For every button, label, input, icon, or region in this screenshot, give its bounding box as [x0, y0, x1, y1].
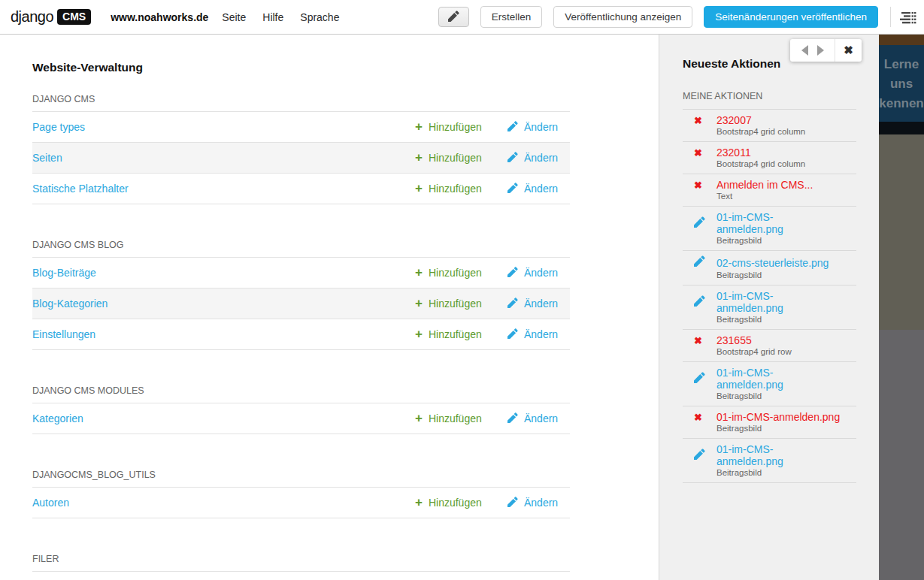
- module-section: DJANGO CMS Page types + Hinzufügen Änder…: [32, 94, 570, 204]
- add-label: Hinzufügen: [429, 183, 482, 195]
- back-arrow-icon[interactable]: [801, 45, 808, 56]
- change-label: Ändern: [524, 267, 558, 279]
- plus-icon: +: [415, 298, 423, 309]
- module-caption: DJANGOCMS_BLOG_UTILS: [32, 470, 570, 488]
- action-title-link[interactable]: 02-cms-steuerleiste.png: [716, 257, 829, 269]
- structure-mode-icon[interactable]: [891, 5, 924, 30]
- menu-item-hilfe[interactable]: Hilfe: [254, 7, 292, 28]
- cms-toolbar: django CMS www.noahworks.de Seite Hilfe …: [0, 0, 924, 35]
- change-link[interactable]: Ändern: [507, 121, 570, 134]
- forward-arrow-icon[interactable]: [817, 45, 824, 56]
- model-link[interactable]: Seiten: [32, 152, 415, 164]
- change-link[interactable]: Ändern: [507, 267, 570, 279]
- add-link[interactable]: + Hinzufügen: [415, 121, 507, 133]
- action-title-link[interactable]: 01-im-CMS- anmelden.png: [716, 290, 783, 314]
- view-published-button[interactable]: Veröffentlichung anzeigen: [553, 6, 692, 28]
- close-icon[interactable]: ✖: [835, 39, 862, 62]
- table-row: + Hinzufügen Ändern: [32, 572, 570, 580]
- change-link[interactable]: Ändern: [507, 328, 570, 341]
- add-link[interactable]: + Hinzufügen: [415, 298, 507, 310]
- model-link[interactable]: Einstellungen: [32, 328, 415, 340]
- module-section: FILER + Hinzufügen Ändern: [32, 554, 570, 580]
- change-link[interactable]: Ändern: [507, 183, 570, 195]
- action-item: ✖ 231655 Bootstrap4 grid row: [683, 330, 856, 362]
- publish-button[interactable]: Seitenänderungen veröffentlichen: [704, 6, 878, 28]
- delete-x-icon: ✖: [694, 116, 702, 125]
- delete-x-icon: ✖: [694, 412, 702, 422]
- delete-x-icon: ✖: [694, 336, 702, 346]
- action-top: 01-im-CMS- anmelden.png: [683, 367, 856, 391]
- add-link[interactable]: + Hinzufügen: [415, 328, 507, 340]
- module-section: DJANGO CMS BLOG Blog-Beiträge + Hinzufüg…: [32, 240, 570, 350]
- add-label: Hinzufügen: [429, 328, 482, 340]
- toolbar-menu: Seite Hilfe Sprache: [214, 7, 347, 28]
- pencil-icon: [694, 216, 705, 231]
- change-link[interactable]: Ändern: [507, 298, 570, 310]
- action-title-link[interactable]: 01-im-CMS-anmelden.png: [716, 411, 840, 423]
- add-label: Hinzufügen: [429, 152, 482, 164]
- create-button[interactable]: Erstellen: [480, 6, 543, 28]
- action-top: 01-im-CMS- anmelden.png: [683, 290, 856, 314]
- model-link[interactable]: Statische Platzhalter: [32, 183, 415, 195]
- change-label: Ändern: [524, 412, 558, 424]
- plus-icon: +: [415, 497, 423, 508]
- model-link[interactable]: Autoren: [32, 497, 415, 509]
- action-title-link[interactable]: 232007: [716, 114, 752, 126]
- action-title-link[interactable]: 01-im-CMS- anmelden.png: [716, 367, 783, 391]
- background-page: Lerne uns kennen: [879, 35, 924, 580]
- background-page-image: [879, 134, 924, 330]
- add-link[interactable]: + Hinzufügen: [415, 183, 507, 195]
- table-row: Einstellungen + Hinzufügen Ändern: [32, 319, 570, 350]
- model-link[interactable]: Blog-Beiträge: [32, 267, 415, 279]
- add-label: Hinzufügen: [429, 121, 482, 133]
- pencil-icon: [507, 298, 524, 310]
- pencil-icon: [507, 267, 524, 279]
- action-title-link[interactable]: 01-im-CMS- anmelden.png: [716, 443, 783, 467]
- menu-item-sprache[interactable]: Sprache: [292, 7, 347, 28]
- plus-icon: +: [415, 413, 423, 424]
- action-top: ✖ 232007: [683, 114, 856, 126]
- change-label: Ändern: [524, 183, 558, 195]
- frame-controls: ✖: [790, 39, 862, 62]
- pencil-icon: [507, 183, 524, 195]
- action-title-link[interactable]: Anmelden im CMS...: [716, 179, 813, 191]
- django-cms-logo[interactable]: django CMS: [11, 8, 91, 26]
- headline-line: kennen: [879, 94, 924, 113]
- action-title-link[interactable]: 232011: [716, 147, 751, 159]
- add-link[interactable]: + Hinzufügen: [415, 267, 507, 279]
- model-link[interactable]: Blog-Kategorien: [32, 298, 415, 310]
- toolbar-right-group: Erstellen Veröffentlichung anzeigen Seit…: [427, 5, 924, 30]
- add-link[interactable]: + Hinzufügen: [415, 412, 507, 424]
- model-link[interactable]: Page types: [32, 121, 415, 133]
- edit-mode-button[interactable]: [438, 7, 469, 27]
- module-rows: Page types + Hinzufügen Ändern Seiten + …: [32, 112, 570, 204]
- change-link[interactable]: Ändern: [507, 152, 570, 165]
- pencil-icon: [694, 255, 705, 270]
- pencil-icon: [694, 372, 705, 386]
- table-row: Statische Platzhalter + Hinzufügen Änder…: [32, 174, 570, 204]
- action-top: ✖ 01-im-CMS-anmelden.png: [683, 411, 856, 423]
- action-object-type: Beitragsbild: [716, 236, 856, 246]
- change-label: Ändern: [524, 121, 558, 133]
- table-row: Autoren + Hinzufügen Ändern: [32, 488, 570, 518]
- pencil-icon: [507, 328, 524, 341]
- menu-item-seite[interactable]: Seite: [214, 7, 254, 28]
- site-name-menu[interactable]: www.noahworks.de: [111, 11, 208, 23]
- action-title-link[interactable]: 231655: [716, 334, 752, 346]
- background-page-dim: [879, 330, 924, 580]
- plus-icon: +: [415, 183, 423, 194]
- add-link[interactable]: + Hinzufügen: [415, 497, 507, 509]
- headline-line: Lerne: [879, 55, 924, 74]
- model-link[interactable]: Kategorien: [32, 412, 415, 424]
- table-row: Kategorien + Hinzufügen Ändern: [32, 403, 570, 434]
- action-object-type: Beitragsbild: [716, 270, 856, 280]
- pencil-icon: [507, 152, 524, 165]
- action-object-type: Text: [716, 192, 856, 201]
- change-link[interactable]: Ändern: [507, 412, 570, 425]
- add-link[interactable]: + Hinzufügen: [415, 152, 507, 164]
- action-item: ✖ 232011 Bootstrap4 grid column: [683, 142, 856, 174]
- change-label: Ändern: [524, 497, 558, 509]
- module-caption: DJANGO CMS: [32, 94, 570, 112]
- change-link[interactable]: Ändern: [507, 497, 570, 509]
- action-title-link[interactable]: 01-im-CMS- anmelden.png: [716, 211, 783, 235]
